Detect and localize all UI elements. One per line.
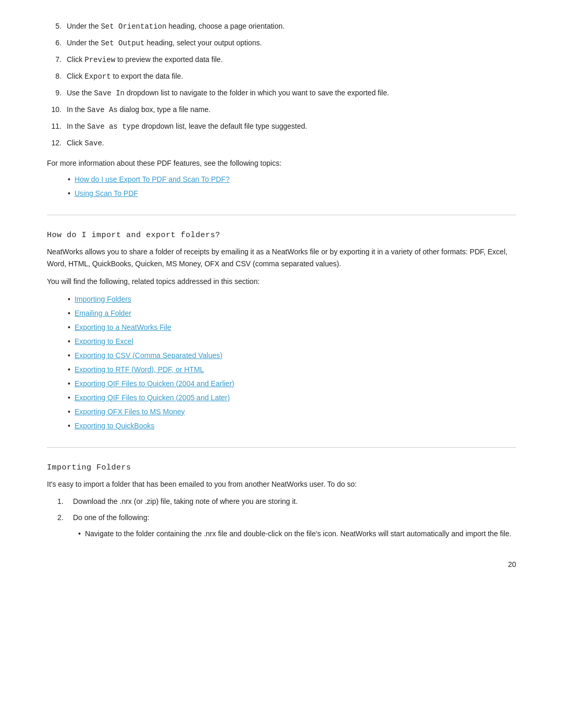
divider-2 [47, 447, 516, 448]
link-emailing-folder: Emailing a Folder [68, 308, 516, 319]
importing-step-1: 1. Download the .nrx (or .zip) file, tak… [57, 496, 516, 507]
step-5-code: Set Orientation [101, 22, 166, 31]
link-exporting-rtf: Exporting to RTF (Word), PDF, or HTML [68, 364, 516, 375]
step-8-code: Export [84, 72, 111, 81]
step-12-code: Save [84, 139, 102, 147]
step-11: 11. In the Save as type dropdown list, l… [47, 121, 516, 132]
step-5: 5. Under the Set Orientation heading, ch… [47, 21, 516, 32]
link-exporting-quickbooks-anchor[interactable]: Exporting to QuickBooks [75, 421, 154, 431]
import-export-links: Importing Folders Emailing a Folder Expo… [68, 294, 516, 431]
step-9: 9. Use the Save In dropdown list to navi… [47, 88, 516, 99]
pdf-links-list: How do I use Export To PDF and Scan To P… [68, 174, 516, 199]
page-number: 20 [47, 560, 516, 569]
link-exporting-excel-anchor[interactable]: Exporting to Excel [75, 336, 133, 347]
link-exporting-csv-anchor[interactable]: Exporting to CSV (Comma Separated Values… [75, 350, 223, 361]
link-exporting-neatworks: Exporting to a NeatWorks File [68, 322, 516, 333]
link-exporting-ofx-anchor[interactable]: Exporting OFX Files to MS Money [75, 406, 185, 417]
link-emailing-folder-anchor[interactable]: Emailing a Folder [75, 308, 131, 319]
link-exporting-csv: Exporting to CSV (Comma Separated Values… [68, 350, 516, 361]
import-export-section: How do I import and export folders? Neat… [47, 231, 516, 431]
link-exporting-quickbooks: Exporting to QuickBooks [68, 421, 516, 431]
link-exporting-qif-2005-anchor[interactable]: Exporting QIF Files to Quicken (2005 and… [75, 392, 230, 403]
import-export-body2: You will find the following, related top… [47, 276, 516, 287]
pdf-intro: For more information about these PDF fea… [47, 157, 516, 169]
link-exporting-qif-2005: Exporting QIF Files to Quicken (2005 and… [68, 392, 516, 403]
step-6-code: Set Output [101, 39, 144, 47]
importing-folders-body: It's easy to import a folder that has be… [47, 478, 516, 490]
step-7-code: Preview [84, 56, 115, 64]
link-exporting-excel: Exporting to Excel [68, 336, 516, 347]
import-export-body1: NeatWorks allows you to share a folder o… [47, 246, 516, 269]
link-exporting-neatworks-anchor[interactable]: Exporting to a NeatWorks File [75, 322, 172, 333]
importing-folders-heading: Importing Folders [47, 463, 516, 472]
link-exporting-ofx: Exporting OFX Files to MS Money [68, 406, 516, 417]
import-export-heading: How do I import and export folders? [47, 231, 516, 240]
pdf-link-scan-pdf[interactable]: Using Scan To PDF [75, 188, 138, 199]
importing-steps: 1. Download the .nrx (or .zip) file, tak… [57, 496, 516, 523]
importing-sub-bullets: Navigate to the folder containing the .n… [78, 528, 516, 539]
step-12: 12. Click Save. [47, 138, 516, 149]
link-exporting-rtf-anchor[interactable]: Exporting to RTF (Word), PDF, or HTML [75, 364, 204, 375]
steps-list: 5. Under the Set Orientation heading, ch… [47, 21, 516, 149]
importing-folders-section: Importing Folders It's easy to import a … [47, 463, 516, 539]
pdf-link-1: How do I use Export To PDF and Scan To P… [68, 174, 516, 185]
step-10: 10. In the Save As dialog box, type a fi… [47, 104, 516, 116]
pdf-link-2: Using Scan To PDF [68, 188, 516, 199]
divider-1 [47, 215, 516, 215]
step-8: 8. Click Export to export the data file. [47, 71, 516, 82]
step-7: 7. Click Preview to preview the exported… [47, 54, 516, 66]
importing-sub-bullet-1: Navigate to the folder containing the .n… [78, 528, 516, 539]
step-10-code: Save As [87, 106, 118, 114]
step-9-code: Save In [94, 89, 125, 97]
link-importing-folders: Importing Folders [68, 294, 516, 305]
link-exporting-qif-2004: Exporting QIF Files to Quicken (2004 and… [68, 378, 516, 389]
step-11-code: Save as type [87, 122, 140, 131]
importing-step-2: 2. Do one of the following: [57, 512, 516, 523]
pdf-link-export-pdf[interactable]: How do I use Export To PDF and Scan To P… [75, 174, 230, 185]
link-importing-folders-anchor[interactable]: Importing Folders [75, 294, 131, 305]
content-area: 5. Under the Set Orientation heading, ch… [47, 21, 516, 569]
link-exporting-qif-2004-anchor[interactable]: Exporting QIF Files to Quicken (2004 and… [75, 378, 235, 389]
step-6: 6. Under the Set Output heading, select … [47, 38, 516, 49]
